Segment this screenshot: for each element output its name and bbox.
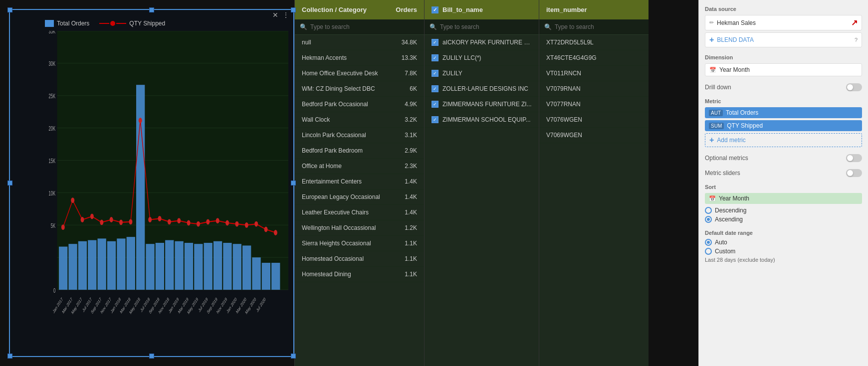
auto-radio-row[interactable]: Auto — [705, 239, 862, 246]
bill-checkbox[interactable]: ✓ — [432, 70, 438, 77]
list-item[interactable]: Office at Home 2.3K — [295, 159, 424, 174]
descending-radio[interactable] — [705, 207, 712, 214]
list-item[interactable]: Hekman Accents 13.3K — [295, 50, 424, 66]
item-list-entry[interactable]: V7079RNAN — [539, 81, 649, 97]
list-item-value: 1.1K — [397, 255, 417, 262]
bill-panel: ✓ Bill_to_name 🔍 ✓ aICKORY PARK FURNITUR… — [424, 0, 539, 366]
bill-item[interactable]: ✓ ZULILY LLC(*) — [425, 50, 539, 66]
list-item-value: 34.8K — [397, 39, 417, 46]
sort-field-item[interactable]: 📅 Year Month — [705, 193, 862, 204]
metric-label: Metric — [705, 98, 862, 104]
item-list-entry[interactable]: VT011RNCN — [539, 66, 649, 81]
bill-search-input[interactable] — [440, 23, 534, 30]
bill-checkbox[interactable]: ✓ — [432, 39, 438, 46]
data-source-item[interactable]: ✏ Hekman Sales ↗ — [705, 15, 862, 30]
list-item[interactable]: European Legacy Occasional 1.4K — [295, 189, 424, 205]
optional-metrics-toggle[interactable] — [846, 154, 862, 162]
collection-search-input[interactable] — [310, 23, 419, 30]
bill-panel-checkbox[interactable]: ✓ — [432, 6, 438, 13]
svg-point-61 — [254, 221, 258, 227]
auto-radio[interactable] — [705, 239, 712, 246]
list-item[interactable]: Leather Executive Chairs 1.4K — [295, 205, 424, 220]
total-orders-metric[interactable]: AUT Total Orders — [705, 107, 862, 118]
custom-radio-row[interactable]: Custom — [705, 248, 862, 255]
legend-dot-red — [110, 21, 115, 26]
last-days-note: Last 28 days (exclude today) — [705, 257, 862, 263]
sort-label: Sort — [705, 184, 862, 190]
svg-rect-22 — [98, 238, 106, 290]
bill-item[interactable]: ✓ ZULILY — [425, 66, 539, 81]
item-list-entry[interactable]: XT72DRD5L5L9L — [539, 35, 649, 50]
bill-item[interactable]: ✓ ZIMMERMAN SCHOOL EQUIP... — [425, 112, 539, 128]
list-item-name: Lincoln Park Occasional — [302, 132, 366, 139]
list-item-name: Bedford Park Bedroom — [302, 147, 363, 154]
svg-point-56 — [206, 219, 210, 224]
svg-text:Nov 2019: Nov 2019 — [216, 296, 228, 315]
list-item-value: 1.2K — [397, 224, 417, 231]
ascending-radio[interactable] — [705, 216, 712, 223]
descending-label: Descending — [715, 207, 746, 214]
svg-point-57 — [216, 218, 219, 223]
list-item[interactable]: Home Office Executive Desk 7.8K — [295, 66, 424, 81]
item-search-bar[interactable]: 🔍 — [539, 19, 649, 35]
item-list-entry[interactable]: V7076WGEN — [539, 112, 649, 128]
edit-icon: ✏ — [709, 19, 714, 26]
menu-icon[interactable]: ⋮ — [282, 11, 289, 19]
svg-point-53 — [177, 218, 181, 223]
list-item[interactable]: WM: CZ Dining Select DBC 6K — [295, 81, 424, 97]
item-list-entry[interactable]: XT46CTE4G4G9G — [539, 50, 649, 66]
svg-text:Nov 2017: Nov 2017 — [100, 296, 112, 315]
metric-sliders-toggle[interactable] — [846, 169, 862, 177]
svg-text:May 2019: May 2019 — [187, 296, 199, 315]
descending-radio-row[interactable]: Descending — [705, 207, 862, 214]
item-search-input[interactable] — [555, 23, 644, 30]
dimension-item[interactable]: 📅 Year Month — [705, 63, 862, 76]
svg-rect-36 — [233, 244, 241, 290]
list-item[interactable]: Homestead Dining 1.1K — [295, 267, 424, 282]
sort-calendar-icon: 📅 — [709, 195, 716, 202]
bill-item[interactable]: ✓ ZIMMERMANS FURNITURE ZI... — [425, 97, 539, 112]
custom-radio[interactable] — [705, 248, 712, 255]
list-item[interactable]: Entertainment Centers 1.4K — [295, 174, 424, 189]
list-item[interactable]: Sierra Heights Occasional 1.1K — [295, 236, 424, 251]
list-item[interactable]: Wall Clock 3.2K — [295, 112, 424, 128]
bill-checkbox[interactable]: ✓ — [432, 54, 438, 61]
svg-text:May 2018: May 2018 — [129, 296, 141, 315]
close-icon[interactable]: ✕ — [272, 11, 278, 19]
list-item-name: European Legacy Occasional — [302, 193, 380, 200]
bill-item[interactable]: ✓ aICKORY PARK FURNITURE G... — [425, 35, 539, 50]
bill-checkbox[interactable]: ✓ — [432, 116, 438, 123]
list-item[interactable]: Wellington Hall Occassional 1.2K — [295, 220, 424, 236]
svg-point-62 — [264, 227, 268, 232]
list-item-name: Homestead Occasional — [302, 255, 364, 262]
item-list-entry[interactable]: V7077RNAN — [539, 97, 649, 112]
collection-search-bar[interactable]: 🔍 — [295, 19, 424, 35]
sort-field-label: Year Month — [719, 195, 749, 202]
list-item[interactable]: Bedford Park Bedroom 2.9K — [295, 143, 424, 159]
svg-text:25K: 25K — [49, 93, 56, 99]
list-item-value: 6K — [397, 85, 417, 92]
bill-item[interactable]: ✓ ZOLLER-LARUE DESIGNS INC — [425, 81, 539, 97]
list-item[interactable]: Bedford Park Occasional 4.9K — [295, 97, 424, 112]
item-list-entry[interactable]: V7069WGEN — [539, 128, 649, 143]
svg-text:Nov 2018: Nov 2018 — [158, 296, 170, 315]
list-item-name: Sierra Heights Occasional — [302, 240, 371, 247]
add-metric-button[interactable]: + Add metric — [705, 133, 862, 147]
bill-checkbox[interactable]: ✓ — [432, 101, 438, 108]
collection-panel: Collection / Category Orders 🔍 null 34.8… — [294, 0, 424, 366]
qty-shipped-metric[interactable]: SUM QTY Shipped — [705, 120, 862, 131]
bill-item-name: ZULILY — [442, 70, 462, 77]
bill-search-bar[interactable]: 🔍 — [425, 19, 539, 35]
list-item[interactable]: Homestead Occasional 1.1K — [295, 251, 424, 267]
optional-metrics-section: Optional metrics — [705, 154, 862, 162]
ascending-radio-row[interactable]: Ascending — [705, 216, 862, 223]
right-sidebar: Data source ✏ Hekman Sales ↗ + BLEND DAT… — [698, 0, 868, 366]
drill-down-toggle[interactable] — [846, 83, 862, 91]
blend-data-item[interactable]: + BLEND DATA ? — [705, 32, 862, 47]
svg-rect-28 — [156, 243, 164, 290]
list-item[interactable]: Lincoln Park Occasional 3.1K — [295, 128, 424, 143]
svg-point-47 — [119, 220, 123, 225]
list-item[interactable]: null 34.8K — [295, 35, 424, 50]
bill-checkbox[interactable]: ✓ — [432, 85, 438, 92]
svg-rect-30 — [175, 241, 183, 290]
